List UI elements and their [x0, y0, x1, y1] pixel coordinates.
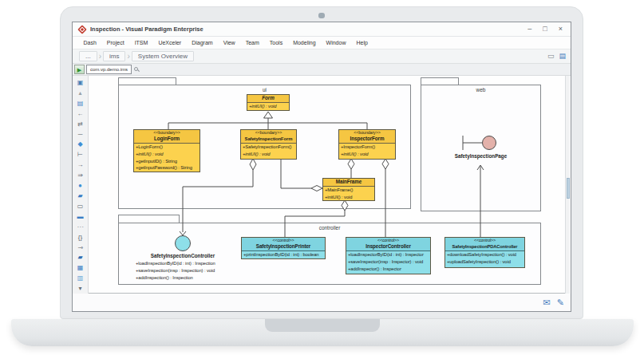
vertical-scrollbar[interactable]: [565, 76, 570, 294]
menu-view[interactable]: View: [218, 40, 240, 45]
ellipsis-icon: ⋯: [75, 222, 86, 232]
class-operation: +loadInspectorByID(id : int) : Inspector: [346, 251, 430, 258]
menu-project[interactable]: Project: [101, 40, 129, 45]
class-operation: +SafetyInspectionForm(): [241, 144, 296, 151]
note-tool-icon[interactable]: ▤: [75, 98, 86, 108]
maximize-button[interactable]: □: [543, 26, 547, 33]
chevron-right-icon: ›: [127, 52, 129, 61]
anchor-tool-icon[interactable]: ⇄: [75, 119, 86, 129]
class-operation: +getInputID() : String: [134, 158, 200, 165]
control-label-safetyinspectioncontroller[interactable]: SafetyInspectionController: [127, 253, 239, 258]
class-stereotype: <<boundary>>: [134, 130, 200, 136]
chart-tool-icon[interactable]: ▥: [75, 273, 86, 283]
menu-help[interactable]: Help: [351, 40, 373, 45]
breadcrumb-system-overview[interactable]: System Overview: [132, 51, 194, 61]
scroll-up-icon[interactable]: ▴: [75, 88, 86, 98]
breadcrumb-more[interactable]: ...: [79, 51, 97, 61]
package-tool-icon[interactable]: ▰: [75, 191, 86, 201]
class-operation: +LoginForm(): [134, 144, 200, 151]
scrollbar-thumb[interactable]: [567, 178, 570, 199]
window-title: Inspection - Visual Paradigm Enterprise: [90, 26, 203, 33]
tool-palette: ▣ ▴ ▤ ← ⇄ ─ ◆ ⊢ → ⇒ ● ▰ ▭ ▬ ⋯ {} ⊸ ▰ ▦ ▥…: [73, 76, 89, 294]
class-operation: +addInspector() : Inspector: [346, 266, 430, 273]
menu-uexceler[interactable]: UeXceler: [153, 40, 187, 45]
class-name: InspectorController: [346, 243, 430, 250]
feedback-icon[interactable]: ✎: [557, 298, 564, 307]
fit-frame-icon[interactable]: ▭: [547, 52, 555, 61]
menu-window[interactable]: Window: [321, 40, 351, 45]
cursor-tool-icon[interactable]: ▣: [75, 77, 86, 88]
class-safetyinspectionform[interactable]: <<boundary>> SafetyInspectionForm +Safet…: [240, 129, 297, 160]
class-stereotype: <<control>>: [445, 238, 524, 243]
more-tools-icon[interactable]: ▾: [75, 283, 86, 294]
class-stereotype: <<control>>: [242, 238, 325, 243]
class-operation: +addInspection() : Inspection: [136, 274, 241, 282]
search-icon[interactable]: [134, 67, 140, 73]
class-operation: +initUI() : void: [241, 151, 296, 158]
frame-tool-icon[interactable]: ▭: [75, 201, 86, 211]
laptop-notch: [265, 319, 380, 332]
directed-association-tool-icon[interactable]: ⇒: [75, 170, 86, 180]
screenshot-stage: Inspection - Visual Paradigm Enterprise …: [0, 0, 644, 355]
panel-icon[interactable]: ▤: [559, 52, 566, 61]
boundary-label-safetyinspectionpage[interactable]: SafetyInspectionPage: [441, 153, 521, 159]
close-button[interactable]: ×: [559, 26, 563, 33]
class-name: Form: [247, 95, 289, 101]
visual-paradigm-logo-icon: [77, 25, 86, 34]
containment-tool-icon[interactable]: ←: [75, 108, 86, 119]
class-name: SafetyInspectionPDAController: [445, 243, 524, 250]
menu-tools[interactable]: Tools: [264, 40, 287, 45]
breadcrumb: ... › ims › System Overview ▭ ▤: [73, 49, 571, 64]
menu-diagram[interactable]: Diagram: [187, 40, 218, 45]
association-tool-icon[interactable]: →: [75, 160, 86, 170]
menu-bar: Dash Project ITSM UeXceler Diagram View …: [73, 37, 571, 49]
class-stereotype: <<boundary>>: [241, 130, 296, 136]
menu-modeling[interactable]: Modeling: [288, 40, 321, 45]
class-operation: +InspectorForm(): [339, 144, 395, 151]
diagram-tab-row: ▶ com.vp.demo.ims: [73, 64, 571, 76]
decision-tool-icon[interactable]: ◆: [75, 139, 86, 149]
class-operation: +getInputPassword() : String: [134, 164, 200, 172]
webcam-dot: [318, 13, 325, 18]
boundary-tool-icon[interactable]: ⊢: [75, 149, 86, 160]
class-operation: +downloadSafetyInspection() : void: [445, 251, 524, 258]
class-safetyinspectionpdacontroller[interactable]: <<control>> SafetyInspectionPDAControlle…: [444, 237, 525, 268]
package-web[interactable]: [421, 85, 541, 211]
class-stereotype: <<boundary>>: [339, 130, 395, 136]
class-name: MainFrame: [323, 179, 374, 185]
menu-team[interactable]: Team: [240, 40, 264, 45]
constraint-tool-icon[interactable]: {}: [75, 232, 86, 243]
breadcrumb-ims[interactable]: ims: [103, 51, 125, 61]
class-stereotype: <<control>>: [346, 238, 430, 243]
menu-dash[interactable]: Dash: [78, 40, 101, 45]
play-icon: ▶: [77, 67, 81, 73]
usecase-tool-icon[interactable]: ●: [75, 180, 86, 191]
class-safetyinspectionprinter[interactable]: <<control>> SafetyInspectionPrinter +pri…: [241, 237, 326, 259]
class-operation: +saveInspection(insp : Inspection) : voi…: [136, 267, 241, 274]
minimize-button[interactable]: –: [527, 26, 531, 33]
class-operation: +initUI() : void: [323, 194, 374, 201]
class-operation: +saveInspector(insp : Inspector) : void: [346, 258, 430, 266]
class-operation: +initUI() : void: [134, 151, 200, 158]
class-operation: +printInspectionByID(id : int) : boolean: [242, 251, 325, 258]
class-inspectorform[interactable]: <<boundary>> InspectorForm +InspectorFor…: [338, 129, 396, 160]
class-form[interactable]: Form +initUI() : void: [247, 94, 290, 111]
model-tool-icon[interactable]: ▰: [75, 252, 86, 262]
class-operation: +initUI() : void: [339, 151, 395, 158]
class-loginform[interactable]: <<boundary>> LoginForm +LoginForm() +ini…: [133, 129, 200, 172]
diagram-tab[interactable]: com.vp.demo.ims: [86, 65, 132, 74]
class-inspectorcontroller[interactable]: <<control>> InspectorController +loadIns…: [346, 237, 431, 274]
class-name: InspectorForm: [339, 136, 395, 142]
title-bar: Inspection - Visual Paradigm Enterprise …: [73, 22, 571, 37]
class-operation: +loadInspectionByID(id : int) : Inspecti…: [136, 260, 241, 267]
chevron-right-icon: ›: [99, 52, 101, 61]
email-icon[interactable]: ✉: [543, 298, 551, 307]
class-name: LoginForm: [134, 136, 200, 142]
run-button[interactable]: ▶: [74, 65, 85, 74]
menu-itsm[interactable]: ITSM: [129, 40, 153, 45]
line-tool-icon[interactable]: ─: [75, 129, 86, 140]
grid-tool-icon[interactable]: ▦: [75, 262, 86, 273]
class-tool-icon[interactable]: ▬: [75, 211, 86, 222]
class-mainframe[interactable]: MainFrame +MainFrame() +initUI() : void: [322, 178, 375, 201]
interface-tool-icon[interactable]: ⊸: [75, 243, 86, 253]
